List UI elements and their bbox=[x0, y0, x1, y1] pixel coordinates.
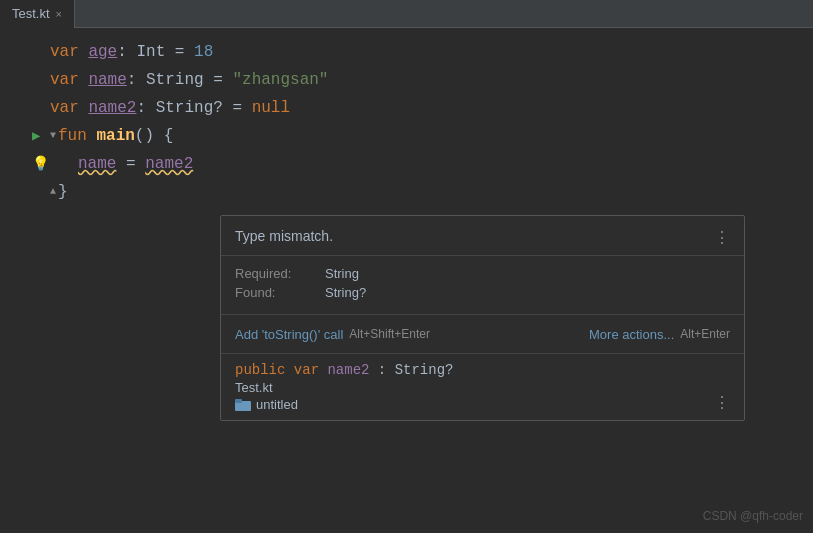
code-line-3: var name2 : String? = null bbox=[50, 94, 813, 122]
popup-header-menu-icon[interactable]: ⋮ bbox=[714, 228, 730, 247]
required-value: String bbox=[325, 266, 359, 281]
add-tostring-shortcut: Alt+Shift+Enter bbox=[349, 327, 430, 341]
code-line-1: var age : Int = 18 bbox=[50, 38, 813, 66]
tab-test-kt[interactable]: Test.kt × bbox=[0, 0, 75, 28]
add-tostring-link[interactable]: Add 'toString()' call bbox=[235, 327, 343, 342]
type-string-nullable: : String? = bbox=[136, 94, 251, 122]
string-zhangsan: "zhangsan" bbox=[232, 66, 328, 94]
popup-body: Required: String Found: String? bbox=[221, 256, 744, 315]
popup-header: Type mismatch. ⋮ bbox=[221, 216, 744, 256]
varname-age: age bbox=[88, 38, 117, 66]
popup-found-row: Found: String? bbox=[235, 285, 730, 300]
tab-close-button[interactable]: × bbox=[56, 8, 62, 20]
footer-location: Test.kt untitled bbox=[235, 380, 453, 412]
footer-filename: Test.kt bbox=[235, 380, 453, 395]
footer-content: public var name2 : String? Test.kt untit… bbox=[235, 362, 453, 412]
code-lines: var age : Int = 18 var name : String = "… bbox=[20, 38, 813, 206]
footer-type: : String? bbox=[378, 362, 454, 378]
type-mismatch-popup: Type mismatch. ⋮ Required: String Found:… bbox=[220, 215, 745, 421]
arrow-indicator: ▶ bbox=[32, 122, 40, 150]
more-actions-shortcut: Alt+Enter bbox=[680, 327, 730, 341]
varname-name2-val: name2 bbox=[145, 150, 193, 178]
fnname-main: main bbox=[96, 122, 134, 150]
found-label: Found: bbox=[235, 285, 305, 300]
tab-label: Test.kt bbox=[12, 6, 50, 21]
varname-name-assign: name bbox=[78, 150, 116, 178]
footer-code-line: public var name2 : String? bbox=[235, 362, 453, 378]
keyword-var-3: var bbox=[50, 94, 88, 122]
svg-rect-1 bbox=[235, 399, 242, 403]
footer-var-kw: var bbox=[294, 362, 328, 378]
code-editor: var age : Int = 18 var name : String = "… bbox=[0, 28, 813, 216]
required-label: Required: bbox=[235, 266, 305, 281]
popup-actions: Add 'toString()' call Alt+Shift+Enter Mo… bbox=[221, 315, 744, 354]
assign-op: = bbox=[116, 150, 145, 178]
code-line-6: ▲ } bbox=[50, 178, 813, 206]
tab-bar: Test.kt × bbox=[0, 0, 813, 28]
null-keyword: null bbox=[252, 94, 290, 122]
code-line-2: var name : String = "zhangsan" bbox=[50, 66, 813, 94]
keyword-var-1: var bbox=[50, 38, 88, 66]
paren-brace: () { bbox=[135, 122, 173, 150]
code-line-5: 💡 name = name2 bbox=[50, 150, 813, 178]
fold-icon-2[interactable]: ▲ bbox=[50, 178, 56, 206]
code-line-4: ▶ ▼ fun main () { bbox=[50, 122, 813, 150]
popup-footer: public var name2 : String? Test.kt untit… bbox=[221, 354, 744, 420]
footer-project-row: untitled bbox=[235, 397, 453, 412]
found-value: String? bbox=[325, 285, 366, 300]
keyword-var-2: var bbox=[50, 66, 88, 94]
footer-menu-icon[interactable]: ⋮ bbox=[714, 393, 730, 412]
varname-name2: name2 bbox=[88, 94, 136, 122]
warning-icon: 💡 bbox=[32, 150, 49, 178]
footer-public-kw: public bbox=[235, 362, 285, 378]
more-actions-link[interactable]: More actions... bbox=[589, 327, 674, 342]
fold-icon[interactable]: ▼ bbox=[50, 122, 56, 150]
type-string: : String = bbox=[127, 66, 233, 94]
keyword-fun: fun bbox=[58, 122, 96, 150]
folder-icon bbox=[235, 398, 251, 411]
watermark: CSDN @qfh-coder bbox=[703, 509, 803, 523]
popup-title: Type mismatch. bbox=[235, 228, 333, 244]
footer-varname: name2 bbox=[327, 362, 369, 378]
popup-required-row: Required: String bbox=[235, 266, 730, 281]
action-separator bbox=[430, 325, 589, 343]
closing-brace: } bbox=[58, 178, 68, 206]
varname-name: name bbox=[88, 66, 126, 94]
number-18: 18 bbox=[194, 38, 213, 66]
project-name: untitled bbox=[256, 397, 298, 412]
type-int: : Int = bbox=[117, 38, 194, 66]
